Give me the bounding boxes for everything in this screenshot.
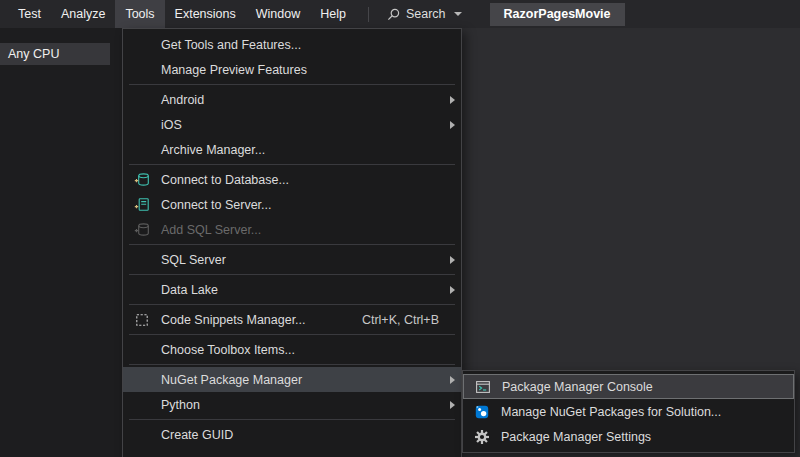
- menu-item-label: Android: [161, 93, 441, 107]
- menubar-divider: [368, 7, 369, 22]
- menu-item-package-manager-settings[interactable]: Package Manager Settings: [463, 424, 794, 449]
- search-label: Search: [406, 7, 446, 21]
- menu-separator: [129, 164, 455, 165]
- search-box[interactable]: Search: [381, 3, 468, 25]
- submenu-arrow-icon: [441, 376, 455, 384]
- solution-name-badge[interactable]: RazorPagesMovie: [490, 3, 625, 26]
- menu-separator: [129, 84, 455, 85]
- menu-item-ios[interactable]: iOS: [123, 112, 461, 137]
- menubar-item-window[interactable]: Window: [246, 0, 310, 28]
- menubar-items: TestAnalyzeToolsExtensionsWindowHelp: [8, 0, 356, 28]
- menu-item-label: Manage Preview Features: [161, 63, 441, 77]
- submenu-arrow-icon: [441, 256, 455, 264]
- submenu-arrow-icon: [441, 121, 455, 129]
- submenu-arrow-icon: [441, 96, 455, 104]
- platform-dropdown[interactable]: Any CPU: [0, 43, 110, 65]
- menu-item-label: Python: [161, 398, 441, 412]
- package-manager-console-icon: [464, 379, 502, 395]
- code-snippets-icon: [123, 312, 161, 328]
- menubar-item-test[interactable]: Test: [8, 0, 51, 28]
- menu-item-label: NuGet Package Manager: [161, 373, 441, 387]
- menu-item-android[interactable]: Android: [123, 87, 461, 112]
- menu-item-label: iOS: [161, 118, 441, 132]
- menu-separator: [129, 364, 455, 365]
- menu-item-get-tools-and-features[interactable]: Get Tools and Features...: [123, 32, 461, 57]
- menubar-item-extensions[interactable]: Extensions: [165, 0, 246, 28]
- add-sql-server-icon: [123, 222, 161, 238]
- menu-item-nuget-package-manager[interactable]: NuGet Package Manager: [123, 367, 461, 392]
- menu-item-label: Get Tools and Features...: [161, 38, 441, 52]
- left-editor-area: Any CPU: [0, 28, 122, 457]
- menu-item-shortcut: Ctrl+K, Ctrl+B: [362, 313, 439, 327]
- menu-item-create-guid[interactable]: Create GUID: [123, 422, 461, 447]
- menu-item-label: Data Lake: [161, 283, 441, 297]
- menu-item-label: SQL Server: [161, 253, 441, 267]
- menu-item-connect-to-database[interactable]: Connect to Database...: [123, 167, 461, 192]
- menu-separator: [129, 244, 455, 245]
- menu-item-label: Code Snippets Manager...: [161, 313, 362, 327]
- menubar-item-tools[interactable]: Tools: [115, 0, 164, 28]
- submenu-arrow-icon: [441, 286, 455, 294]
- menu-item-data-lake[interactable]: Data Lake: [123, 277, 461, 302]
- menu-item-choose-toolbox-items[interactable]: Choose Toolbox Items...: [123, 337, 461, 362]
- menu-item-label: Choose Toolbox Items...: [161, 343, 441, 357]
- connect-database-icon: [123, 172, 161, 188]
- menu-separator: [129, 304, 455, 305]
- menu-separator: [129, 274, 455, 275]
- tools-menu: Get Tools and Features...Manage Preview …: [122, 28, 462, 457]
- menu-separator: [129, 334, 455, 335]
- menu-separator: [129, 419, 455, 420]
- menu-item-add-sql-server[interactable]: Add SQL Server...: [123, 217, 461, 242]
- chevron-down-icon: [454, 12, 462, 16]
- menu-item-label: Archive Manager...: [161, 143, 441, 157]
- menu-item-label: Connect to Server...: [161, 198, 441, 212]
- menu-item-archive-manager[interactable]: Archive Manager...: [123, 137, 461, 162]
- menu-item-manage-preview-features[interactable]: Manage Preview Features: [123, 57, 461, 82]
- menubar-item-help[interactable]: Help: [310, 0, 356, 28]
- submenu-arrow-icon: [441, 401, 455, 409]
- connect-server-icon: [123, 197, 161, 213]
- menubar-item-analyze[interactable]: Analyze: [51, 0, 115, 28]
- menu-item-label: Connect to Database...: [161, 173, 441, 187]
- menu-bar: TestAnalyzeToolsExtensionsWindowHelp Sea…: [0, 0, 800, 28]
- menu-item-package-manager-console[interactable]: Package Manager Console: [463, 374, 794, 399]
- menu-item-label: Create GUID: [161, 428, 441, 442]
- menu-item-label: Package Manager Console: [502, 380, 773, 394]
- search-icon: [387, 8, 400, 21]
- menu-item-label: Add SQL Server...: [161, 223, 441, 237]
- gear-icon: [463, 429, 501, 445]
- nuget-package-manager-submenu: Package Manager ConsoleManage NuGet Pack…: [462, 370, 795, 453]
- menu-item-sql-server[interactable]: SQL Server: [123, 247, 461, 272]
- menu-item-label: Manage NuGet Packages for Solution...: [501, 405, 774, 419]
- menu-item-python[interactable]: Python: [123, 392, 461, 417]
- menu-item-manage-nuget-packages-for-solution[interactable]: Manage NuGet Packages for Solution...: [463, 399, 794, 424]
- menu-item-code-snippets-manager[interactable]: Code Snippets Manager...Ctrl+K, Ctrl+B: [123, 307, 461, 332]
- menu-item-label: Package Manager Settings: [501, 430, 774, 444]
- nuget-icon: [463, 404, 501, 420]
- menu-item-connect-to-server[interactable]: Connect to Server...: [123, 192, 461, 217]
